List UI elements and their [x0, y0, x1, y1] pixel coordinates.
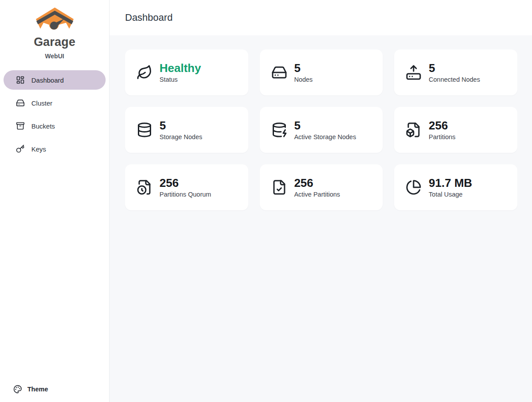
stat-card-status: Healthy Status — [125, 49, 248, 95]
stat-card-nodes: 5 Nodes — [260, 49, 383, 95]
stat-label: Total Usage — [429, 191, 472, 198]
dashboard-content: Healthy Status 5 Nodes — [110, 35, 532, 402]
database-icon — [137, 122, 152, 138]
sidebar-item-buckets[interactable]: Buckets — [4, 116, 106, 136]
leaf-icon — [137, 64, 152, 80]
stat-card-active-storage-nodes: 5 Active Storage Nodes — [260, 107, 383, 153]
stat-value: 256 — [429, 119, 455, 133]
hard-drive-icon — [16, 99, 25, 107]
stat-value: 91.7 MB — [429, 177, 472, 190]
stat-label: Storage Nodes — [160, 133, 202, 140]
stat-value: 5 — [160, 119, 202, 133]
theme-label: Theme — [27, 386, 48, 393]
sidebar-item-dashboard[interactable]: Dashboard — [4, 70, 106, 90]
database-zap-icon — [271, 122, 287, 138]
stat-value: 5 — [294, 119, 356, 133]
app-name: Garage — [0, 35, 109, 49]
palette-icon — [13, 385, 22, 394]
pie-chart-icon — [406, 179, 422, 195]
stat-label: Active Storage Nodes — [294, 133, 356, 140]
stat-label: Connected Nodes — [429, 76, 480, 83]
stat-label: Active Partitions — [294, 191, 340, 198]
stat-card-storage-nodes: 5 Storage Nodes — [125, 107, 248, 153]
main-area: Dashboard Healthy Status — [110, 0, 532, 402]
file-box-icon — [406, 122, 422, 138]
stat-card-total-usage: 91.7 MB Total Usage — [394, 164, 517, 210]
stat-card-active-partitions: 256 Active Partitions — [260, 164, 383, 210]
layout-dashboard-icon — [16, 76, 25, 84]
stat-value: 5 — [294, 62, 313, 75]
archive-icon — [16, 121, 25, 130]
sidebar: Garage WebUI Dashboard Cluster — [0, 0, 110, 402]
garage-logo-icon — [34, 7, 75, 34]
stat-label: Nodes — [294, 76, 313, 83]
topbar: Dashboard — [110, 0, 532, 35]
sidebar-item-cluster[interactable]: Cluster — [4, 93, 106, 113]
theme-toggle[interactable]: Theme — [0, 385, 109, 402]
stat-value: 5 — [429, 62, 480, 75]
stat-card-partitions: 256 Partitions — [394, 107, 517, 153]
hard-drive-upload-icon — [406, 64, 422, 80]
garage-logo — [0, 0, 109, 34]
stat-card-partitions-quorum: 256 Partitions Quorum — [125, 164, 248, 210]
page-title: Dashboard — [125, 12, 173, 23]
stat-value: 256 — [294, 177, 340, 190]
file-clock-icon — [137, 179, 152, 195]
stat-label: Partitions Quorum — [160, 191, 211, 198]
file-check-icon — [271, 179, 287, 195]
sidebar-item-label: Buckets — [31, 122, 55, 130]
stat-value: Healthy — [160, 62, 201, 75]
stats-grid: Healthy Status 5 Nodes — [125, 49, 517, 210]
sidebar-nav: Dashboard Cluster Buckets — [0, 70, 109, 159]
sidebar-item-label: Dashboard — [31, 76, 64, 84]
app-subtitle: WebUI — [0, 53, 109, 60]
sidebar-item-label: Keys — [31, 145, 46, 153]
sidebar-item-keys[interactable]: Keys — [4, 139, 106, 159]
stat-value: 256 — [160, 177, 211, 190]
stat-label: Status — [160, 76, 201, 83]
sidebar-item-label: Cluster — [31, 99, 53, 107]
hard-drive-icon — [271, 64, 287, 80]
stat-card-connected-nodes: 5 Connected Nodes — [394, 49, 517, 95]
stat-label: Partitions — [429, 133, 455, 140]
key-icon — [16, 144, 25, 153]
